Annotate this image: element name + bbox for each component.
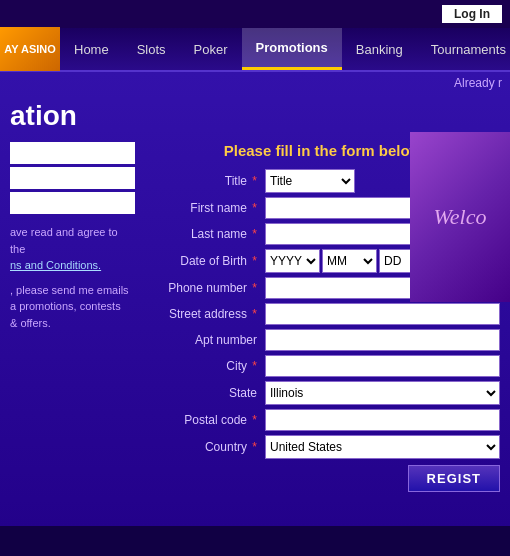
required-star-postal: * — [252, 413, 257, 427]
bottom-bar — [0, 526, 510, 556]
required-star-phone: * — [252, 281, 257, 295]
nav-item-tournaments[interactable]: Tournaments — [417, 28, 510, 70]
nav-item-promotions[interactable]: Promotions — [242, 28, 342, 70]
label-title: Title * — [145, 174, 265, 188]
label-city: City * — [145, 359, 265, 373]
field-row-country: Country * United States United Kingdom C… — [145, 435, 500, 459]
required-star-lastname: * — [252, 227, 257, 241]
left-input-fields — [10, 142, 135, 214]
nav-item-banking[interactable]: Banking — [342, 28, 417, 70]
title-select[interactable]: Title Mr Mrs Ms Dr — [265, 169, 355, 193]
required-star-street: * — [252, 307, 257, 321]
field-row-postal: Postal code * — [145, 409, 500, 431]
terms-link[interactable]: ns and Conditions. — [10, 259, 101, 271]
page-content: Already r ation Welco ave read and agree… — [0, 72, 510, 556]
dob-group: YYYY MM DD — [265, 249, 434, 273]
nav-item-home[interactable]: Home — [60, 28, 123, 70]
field-row-state: State Illinois Alabama Alaska California… — [145, 381, 500, 405]
field-row-apt: Apt number — [145, 329, 500, 351]
left-text-terms: ave read and agree to the ns and Conditi… — [10, 224, 135, 274]
label-first-name: First name * — [145, 201, 265, 215]
required-star-firstname: * — [252, 201, 257, 215]
welcome-image: Welco — [410, 132, 510, 302]
label-last-name: Last name * — [145, 227, 265, 241]
logo: AY ASINO — [0, 27, 60, 71]
dob-month-select[interactable]: MM — [322, 249, 377, 273]
left-panel: ave read and agree to the ns and Conditi… — [10, 142, 145, 492]
required-star-title: * — [252, 174, 257, 188]
field-row-city: City * — [145, 355, 500, 377]
left-field-2[interactable] — [10, 167, 135, 189]
required-star-country: * — [252, 440, 257, 454]
required-star-city: * — [252, 359, 257, 373]
top-bar: Log In — [0, 0, 510, 28]
label-dob: Date of Birth * — [145, 254, 265, 268]
label-country: Country * — [145, 440, 265, 454]
state-select[interactable]: Illinois Alabama Alaska California New Y… — [265, 381, 500, 405]
nav-items: Home Slots Poker Promotions Banking Tour… — [60, 28, 510, 70]
label-state: State — [145, 386, 265, 400]
dob-year-select[interactable]: YYYY — [265, 249, 320, 273]
left-field-3[interactable] — [10, 192, 135, 214]
label-apt: Apt number — [145, 333, 265, 347]
navigation: AY ASINO Home Slots Poker Promotions Ban… — [0, 28, 510, 72]
country-select[interactable]: United States United Kingdom Canada Aust… — [265, 435, 500, 459]
already-registered-bar: Already r — [0, 72, 510, 94]
street-input[interactable] — [265, 303, 500, 325]
left-text-promo: , please send me emailsa promotions, con… — [10, 282, 135, 332]
label-phone: Phone number * — [145, 281, 265, 295]
field-row-street: Street address * — [145, 303, 500, 325]
left-field-1[interactable] — [10, 142, 135, 164]
register-row: REGIST — [145, 465, 500, 492]
city-input[interactable] — [265, 355, 500, 377]
postal-input[interactable] — [265, 409, 500, 431]
apt-input[interactable] — [265, 329, 500, 351]
nav-item-poker[interactable]: Poker — [180, 28, 242, 70]
label-postal: Postal code * — [145, 413, 265, 427]
register-button[interactable]: REGIST — [408, 465, 500, 492]
login-button[interactable]: Log In — [442, 5, 502, 23]
required-star-dob: * — [252, 254, 257, 268]
nav-item-slots[interactable]: Slots — [123, 28, 180, 70]
label-street: Street address * — [145, 307, 265, 321]
